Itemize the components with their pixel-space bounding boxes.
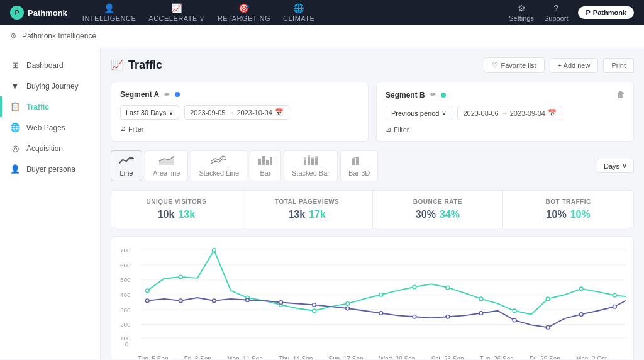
stacked-line-tab-label: Stacked Line xyxy=(199,169,239,177)
pathmonk-app-button[interactable]: P Pathmonk xyxy=(578,6,634,19)
bounce-rate-val-dark: 30% xyxy=(416,209,436,220)
svg-rect-7 xyxy=(308,157,310,165)
sidebar-item-buying-journey[interactable]: ▼ Buying Journey xyxy=(0,76,100,96)
nav-retargeting-label: RETARGETING xyxy=(218,14,270,22)
print-button[interactable]: Print xyxy=(603,58,634,73)
svg-point-55 xyxy=(446,315,450,318)
x-label-4: Sun, 17 Sep xyxy=(329,356,364,359)
sidebar-item-acquisition[interactable]: ◎ Acquisition xyxy=(0,138,100,159)
chart-container: 700 600 500 400 300 200 100 0 xyxy=(111,236,634,359)
web-pages-icon: 🌐 xyxy=(10,123,20,132)
total-pageviews-val-teal: 17k xyxy=(309,209,326,220)
svg-point-49 xyxy=(246,298,250,302)
tab-area-line[interactable]: Area line xyxy=(145,150,188,181)
climate-icon: 🌐 xyxy=(293,3,304,13)
filter-icon-a: ⊿ xyxy=(120,125,126,133)
logo-text: Pathmonk xyxy=(28,8,67,18)
top-nav-right: ⚙ Settings ? Support P Pathmonk xyxy=(509,3,634,22)
pathmonk-btn-icon: P xyxy=(586,9,590,16)
segment-a-calendar-icon[interactable]: 📅 xyxy=(275,108,284,116)
svg-point-38 xyxy=(379,293,383,296)
settings-label: Settings xyxy=(509,14,534,22)
nav-accelerate[interactable]: 📈 ACCELERATE ∨ xyxy=(148,3,205,23)
nav-intelligence-label: INTELLIGENCE xyxy=(82,14,136,22)
support-btn[interactable]: ? Support xyxy=(544,3,569,22)
area-line-tab-label: Area line xyxy=(153,169,180,177)
nav-intelligence[interactable]: 👤 INTELLIGENCE xyxy=(82,3,136,22)
favorite-list-button[interactable]: ♡ Favorite list xyxy=(484,57,544,73)
segment-a-preset-label: Last 30 Days xyxy=(126,109,166,116)
x-label-2: Mon, 11 Sep xyxy=(227,356,263,359)
sidebar-item-web-pages[interactable]: 🌐 Web Pages xyxy=(0,117,100,138)
segment-b-edit-icon[interactable]: ✏ xyxy=(430,91,436,99)
svg-text:700: 700 xyxy=(120,247,130,254)
tab-bar-3d[interactable]: Bar 3D xyxy=(340,150,378,181)
svg-point-46 xyxy=(145,299,149,303)
segment-b-filter[interactable]: ⊿ Filter xyxy=(386,125,625,133)
sidebar-item-buyer-persona[interactable]: 👤 Buyer persona xyxy=(0,159,100,179)
nav-accelerate-label: ACCELERATE ∨ xyxy=(148,14,205,23)
acquisition-icon: ◎ xyxy=(10,143,20,153)
retargeting-icon: 🎯 xyxy=(238,3,250,13)
x-label-8: Fri, 29 Sep xyxy=(530,356,560,359)
svg-rect-6 xyxy=(304,157,306,160)
add-new-button[interactable]: + Add new xyxy=(550,58,599,73)
segment-b-arrow-icon: → xyxy=(501,110,508,116)
sidebar-traffic-label: Traffic xyxy=(26,103,49,111)
svg-text:600: 600 xyxy=(120,262,130,269)
settings-btn[interactable]: ⚙ Settings xyxy=(509,3,534,22)
support-icon: ? xyxy=(553,3,558,13)
segment-b-calendar-icon[interactable]: 📅 xyxy=(548,109,557,117)
svg-point-57 xyxy=(513,318,516,322)
segment-a-preset-select[interactable]: Last 30 Days ∨ xyxy=(120,105,179,120)
segment-b-card: Segment B ✏ 🗑 Previous period ∨ 2023-08-… xyxy=(376,82,634,142)
logo[interactable]: P Pathmonk xyxy=(10,6,67,20)
nav-climate-label: CLIMATE xyxy=(283,14,314,22)
tab-line[interactable]: Line xyxy=(111,150,142,181)
tab-stacked-line[interactable]: Stacked Line xyxy=(191,150,247,181)
bot-traffic-val-dark: 10% xyxy=(547,209,567,220)
svg-point-42 xyxy=(513,309,516,313)
nav-retargeting[interactable]: 🎯 RETARGETING xyxy=(218,3,270,22)
bot-traffic-label: BOT TRAFFIC xyxy=(513,198,623,205)
sidebar-item-traffic[interactable]: 📋 Traffic xyxy=(0,96,100,117)
segment-b-start-date: 2023-08-06 xyxy=(463,110,498,117)
svg-text:400: 400 xyxy=(120,291,130,298)
header-actions: ♡ Favorite list + Add new Print xyxy=(484,57,634,73)
svg-point-44 xyxy=(579,287,583,291)
svg-point-59 xyxy=(579,313,583,317)
segment-a-dot xyxy=(175,92,180,97)
unique-visitors-values: 10k 13k xyxy=(121,209,231,220)
days-select[interactable]: Days ∨ xyxy=(597,159,634,173)
svg-text:300: 300 xyxy=(120,307,130,313)
segment-b-preset-select[interactable]: Previous period ∨ xyxy=(386,106,452,120)
tab-stacked-bar[interactable]: Stacked Bar xyxy=(284,150,338,181)
svg-rect-13 xyxy=(352,159,355,165)
svg-point-37 xyxy=(346,302,350,306)
segment-a-arrow-icon: → xyxy=(228,109,234,116)
sidebar-item-dashboard[interactable]: ⊞ Dashboard xyxy=(0,55,100,76)
svg-point-50 xyxy=(279,301,283,305)
svg-point-48 xyxy=(212,299,216,303)
nav-climate[interactable]: 🌐 CLIMATE xyxy=(283,3,314,22)
bot-traffic-values: 10% 10% xyxy=(513,209,623,220)
segment-a-filter[interactable]: ⊿ Filter xyxy=(120,125,359,133)
segment-a-edit-icon[interactable]: ✏ xyxy=(164,91,170,99)
svg-point-40 xyxy=(446,286,450,290)
segment-b-label: Segment B xyxy=(386,91,425,99)
logo-icon: P xyxy=(10,6,24,20)
segment-a-label: Segment A xyxy=(120,90,159,99)
svg-point-51 xyxy=(313,303,316,307)
tab-bar[interactable]: Bar xyxy=(250,150,281,181)
page-title: 📈 Traffic xyxy=(111,59,162,72)
stat-bot-traffic: BOT TRAFFIC 10% 10% xyxy=(503,191,633,228)
segment-b-delete-icon[interactable]: 🗑 xyxy=(616,90,625,99)
segment-a-end-date: 2023-10-04 xyxy=(236,109,272,116)
svg-rect-2 xyxy=(262,156,265,165)
chart-tabs-left: Line Area line Stacked Line xyxy=(111,150,378,181)
sidebar-dashboard-label: Dashboard xyxy=(26,61,64,70)
unique-visitors-label: UNIQUE VISITORS xyxy=(121,198,231,205)
x-label-1: Fri, 8 Sep xyxy=(184,356,211,359)
svg-rect-8 xyxy=(308,155,310,157)
svg-point-36 xyxy=(313,309,316,313)
